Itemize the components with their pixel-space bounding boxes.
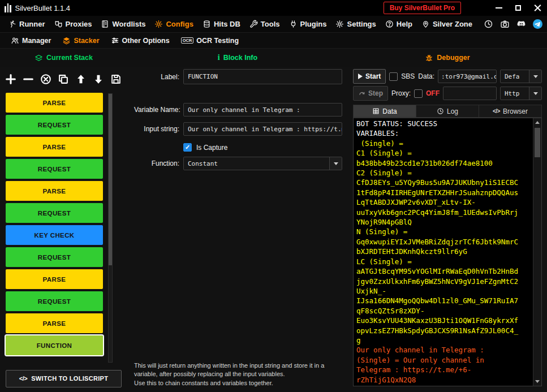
settings-gear-icon [335,20,344,28]
disable-block-button[interactable] [39,72,53,86]
chevron-down-icon[interactable] [529,87,541,100]
log-scrollbar[interactable] [533,118,541,386]
stack-block-request[interactable]: REQUEST [6,291,103,311]
menu-item-label: Configs [166,20,193,28]
debug-log-area: BOT STATUS: SUCCESSVARIABLES: (Single) =… [353,118,542,386]
stack-block-request[interactable]: REQUEST [6,203,103,223]
is-capture-label: Is Capture [196,144,227,152]
maximize-button[interactable] [514,4,522,12]
function-field-label: Function: [134,160,179,167]
switch-to-loliscript-button[interactable]: </> SWITCH TO LOLISCRIPT [6,370,122,387]
menu-item-label: Proxies [66,20,92,28]
window-title: SilverBullet 1.1.4 [15,4,71,12]
proxy-type-value: Http [501,87,529,100]
menu-item-runner[interactable]: Runner [3,16,50,32]
menu-item-proxies[interactable]: Proxies [50,16,97,32]
variable-name-input[interactable]: Our only channel in Telegram : [183,103,342,117]
screenshot-camera-icon[interactable] [500,19,510,29]
tab-data[interactable]: Data [353,105,416,118]
sbs-checkbox[interactable] [389,72,398,81]
subnav-item-other-options[interactable]: Other Options [106,33,175,48]
scroll-down-arrow-icon[interactable] [533,377,541,386]
stack-block-request[interactable]: REQUEST [6,159,103,179]
menu-item-wordlists[interactable]: Wordlists [96,16,150,32]
log-scrollbar-thumb[interactable] [535,128,540,157]
menu-item-plugins[interactable]: Plugins [285,16,331,32]
stack-toolbar [0,67,127,92]
menu-item-help[interactable]: Help [381,16,417,32]
add-block-button[interactable] [4,72,18,86]
menu-item-tools[interactable]: Tools [245,16,285,32]
subnav-item-label: Stacker [74,37,99,45]
data-input[interactable]: :tor973@gmail.co [438,70,497,83]
chevron-down-icon[interactable] [529,70,541,83]
tab-log[interactable]: Log [416,105,479,118]
tab-label: Browser [503,107,528,115]
proxy-checkbox[interactable] [414,89,423,98]
menu-item-configs[interactable]: Configs [150,16,197,32]
tab-browser[interactable]: </> Browser [479,105,542,118]
buy-pro-button[interactable]: Buy SilverBullet Pro [384,2,461,14]
step-button[interactable]: Step [353,86,388,101]
step-button-label: Step [368,89,383,97]
move-block-down-button[interactable] [92,72,105,86]
telegram-icon[interactable] [533,19,542,29]
stack-block-key-check[interactable]: KEY CHECK [6,225,103,245]
chevron-down-icon[interactable] [329,157,342,170]
menu-item-label: Tools [261,20,280,28]
history-icon[interactable] [484,19,493,29]
stack-block-list: PARSEREQUESTPARSEREQUESTPARSEREQUESTKEY … [6,93,103,355]
save-stack-button[interactable] [109,72,123,86]
stack-scrollbar-thumb[interactable] [109,94,112,265]
debugger-title: Debugger [437,54,470,62]
subnav-item-label: Other Options [122,37,170,45]
menu-item-label: Settings [347,20,376,28]
titlebar: SilverBullet 1.1.4 Buy SilverBullet Pro [0,0,547,16]
code-icon: </> [19,375,27,382]
stack-block-parse[interactable]: PARSE [6,313,103,333]
data-grid-icon [372,107,380,115]
start-button[interactable]: Start [353,69,386,84]
stack-block-parse[interactable]: PARSE [6,269,103,289]
tools-wrench-icon [249,20,258,28]
subnav-item-manager[interactable]: Manager [6,33,56,48]
debugger-header: Debugger [348,54,547,62]
subnav-item-ocr-testing[interactable]: OCR OCR Testing [176,33,244,48]
move-block-up-button[interactable] [74,72,88,86]
duplicate-block-button[interactable] [57,72,70,86]
minimize-button[interactable] [495,4,503,12]
silverbullet-logo-icon [5,3,11,12]
close-button[interactable] [533,4,541,12]
discord-icon[interactable] [516,19,526,29]
proxies-masks-icon [54,20,63,28]
log-line: BOT STATUS: SUCCESS [356,119,530,128]
wordlist-type-dropdown[interactable]: Defa [500,70,542,83]
proxy-type-dropdown[interactable]: Http [500,87,542,100]
remove-block-button[interactable] [21,72,35,86]
hits-db-database-icon [203,20,211,28]
label-field-label: Label: [134,73,179,81]
stack-block-parse[interactable]: PARSE [6,93,103,113]
log-line: Euo3KsvYUU43NKaxzU3BJti1OQW1FnG8ykrxXf [356,316,530,325]
menu-item-silver-zone[interactable]: Silver Zone [417,16,477,32]
stack-block-parse[interactable]: PARSE [6,137,103,157]
input-string-input[interactable]: Our only channel in Telegram : https://t… [183,122,342,136]
log-line: CfDJ8EYs_u5YQy9Bus5u9A7JUKUbny1iS1ECBC [356,178,530,187]
is-capture-checkbox[interactable] [183,143,192,152]
stack-block-parse[interactable]: PARSE [6,181,103,201]
stack-block-request[interactable]: REQUEST [6,247,103,267]
menu-item-hits-db[interactable]: Hits DB [198,16,245,32]
wordlists-book-icon [101,20,109,28]
window-controls [495,4,541,12]
proxy-input[interactable] [443,87,497,100]
stack-block-request[interactable]: REQUEST [6,115,103,135]
label-input[interactable]: FUNCTION [183,69,342,84]
stack-block-function[interactable]: FUNCTION [6,335,103,355]
log-line: Gq0xwupiEYIxJVMeBRiZdqjzrTCf6Jbtk9NmrC [356,237,530,247]
menu-item-settings[interactable]: Settings [331,16,380,32]
subnav-item-stacker[interactable]: Stacker [57,33,104,48]
log-line: LC (Single) = [356,257,530,266]
scroll-up-arrow-icon[interactable] [533,118,541,127]
stack-scrollbar[interactable] [108,93,113,363]
function-dropdown[interactable]: Constant [183,157,342,170]
